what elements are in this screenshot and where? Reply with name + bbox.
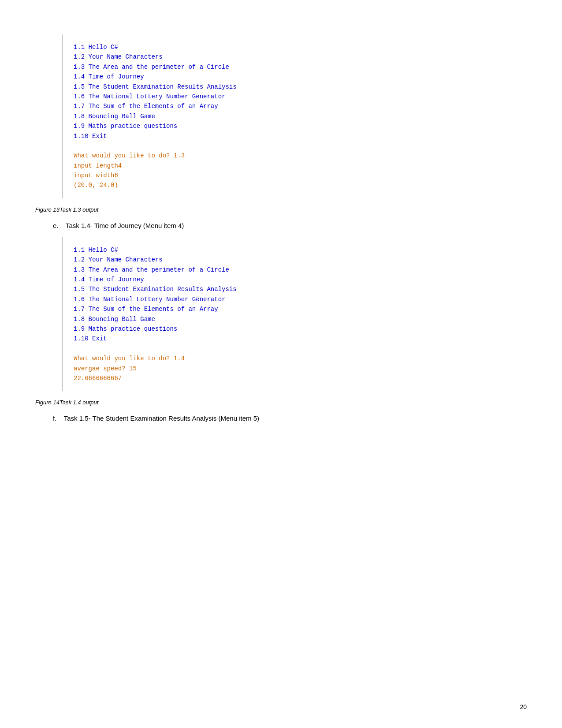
section-e-heading: e. Task 1.4- Time of Journey (Menu item … xyxy=(53,222,527,229)
f14-menu-line-3: 1.3 The Area and the perimeter of a Circ… xyxy=(74,265,516,275)
menu-line-3: 1.3 The Area and the perimeter of a Circ… xyxy=(74,62,516,72)
menu-line-1: 1.1 Hello C# xyxy=(74,42,516,52)
menu-line-6: 1.6 The National Lottery Number Generato… xyxy=(74,92,516,101)
figure13-output-2: input length4 xyxy=(74,161,516,171)
figure13-menu: 1.1 Hello C# 1.2 Your Name Characters 1.… xyxy=(74,42,516,141)
section-f-heading: f. Task 1.5- The Student Examination Res… xyxy=(53,414,527,422)
figure13-code-block: 1.1 Hello C# 1.2 Your Name Characters 1.… xyxy=(62,34,527,198)
figure13-caption: Figure 13Task 1.3 output xyxy=(35,206,527,213)
menu-line-2: 1.2 Your Name Characters xyxy=(74,52,516,62)
section-f-title: Task 1.5- The Student Examination Result… xyxy=(64,414,259,422)
figure14-output-3: 22.6666666667 xyxy=(74,373,516,383)
f14-menu-line-9: 1.9 Maths practice questions xyxy=(74,324,516,334)
menu-line-10: 1.10 Exit xyxy=(74,131,516,141)
figure14-caption: Figure 14Task 1.4 output xyxy=(35,399,527,406)
section-f-label: f. xyxy=(53,414,56,422)
f14-menu-line-10: 1.10 Exit xyxy=(74,334,516,343)
figure13-output-3: input width6 xyxy=(74,171,516,180)
figure13-output-4: (20.0, 24.0) xyxy=(74,180,516,190)
figure14-output-1: What would you like to do? 1.4 xyxy=(74,354,516,363)
f14-menu-line-5: 1.5 The Student Examination Results Anal… xyxy=(74,284,516,294)
section-e-label: e. xyxy=(53,222,59,229)
section-e-title: Task 1.4- Time of Journey (Menu item 4) xyxy=(66,222,184,229)
f14-menu-line-8: 1.8 Bouncing Ball Game xyxy=(74,314,516,324)
figure13-output-1: What would you like to do? 1.3 xyxy=(74,151,516,161)
menu-line-7: 1.7 The Sum of the Elements of an Array xyxy=(74,101,516,111)
page-number: 20 xyxy=(520,703,527,710)
menu-line-4: 1.4 Time of Journey xyxy=(74,72,516,82)
figure14-menu: 1.1 Hello C# 1.2 Your Name Characters 1.… xyxy=(74,245,516,344)
menu-line-9: 1.9 Maths practice questions xyxy=(74,121,516,131)
f14-menu-line-7: 1.7 The Sum of the Elements of an Array xyxy=(74,304,516,314)
figure14-code-block: 1.1 Hello C# 1.2 Your Name Characters 1.… xyxy=(62,237,527,391)
menu-line-8: 1.8 Bouncing Ball Game xyxy=(74,112,516,121)
f14-menu-line-4: 1.4 Time of Journey xyxy=(74,275,516,284)
f14-menu-line-6: 1.6 The National Lottery Number Generato… xyxy=(74,295,516,304)
figure14-output-2: avergae speed? 15 xyxy=(74,364,516,373)
f14-menu-line-2: 1.2 Your Name Characters xyxy=(74,255,516,265)
f14-menu-line-1: 1.1 Hello C# xyxy=(74,245,516,255)
menu-line-5: 1.5 The Student Examination Results Anal… xyxy=(74,82,516,92)
